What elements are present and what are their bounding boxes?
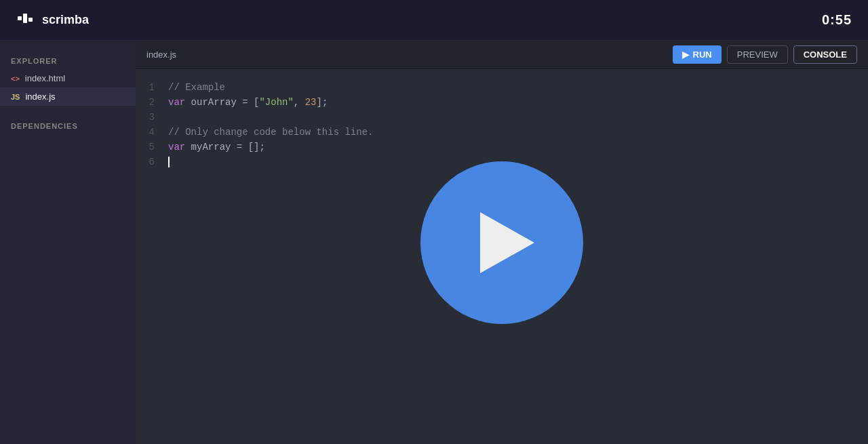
code-line-1: 1 // Example xyxy=(136,80,868,95)
main-layout: EXPLORER <> index.html JS index.js DEPEN… xyxy=(0,41,868,444)
scrimba-logo-icon xyxy=(16,11,35,30)
run-icon: ▶ xyxy=(682,49,689,60)
line-content-3 xyxy=(168,110,868,125)
editor-actions: ▶ RUN PREVIEW CONSOLE xyxy=(673,45,857,64)
line-num-6: 6 xyxy=(136,155,168,169)
line-num-2: 2 xyxy=(136,95,168,110)
code-line-3: 3 xyxy=(136,110,868,125)
line-content-2: var ourArray = ["John", 23]; xyxy=(168,95,868,110)
code-line-2: 2 var ourArray = ["John", 23]; xyxy=(136,95,868,110)
svg-rect-0 xyxy=(18,16,22,20)
line-num-4: 4 xyxy=(136,125,168,140)
explorer-label: EXPLORER xyxy=(0,52,136,69)
js-filename: index.js xyxy=(25,92,55,102)
line-num-3: 3 xyxy=(136,110,168,125)
logo: scrimba xyxy=(16,11,89,30)
editor-area: index.js ▶ RUN PREVIEW CONSOLE 1 // Exam… xyxy=(136,41,868,444)
js-file-icon: JS xyxy=(11,93,20,101)
line-num-1: 1 xyxy=(136,80,168,95)
run-button[interactable]: ▶ RUN xyxy=(673,45,722,64)
sidebar-item-html[interactable]: <> index.html xyxy=(0,69,136,87)
line-content-4: // Only change code below this line. xyxy=(168,125,868,140)
line-num-5: 5 xyxy=(136,140,168,155)
preview-button[interactable]: PREVIEW xyxy=(727,45,788,64)
play-button[interactable] xyxy=(420,161,583,324)
html-file-icon: <> xyxy=(11,75,20,83)
top-nav: scrimba 0:55 xyxy=(0,0,868,41)
dependencies-label: DEPENDENCIES xyxy=(0,117,136,134)
editor-filename: index.js xyxy=(146,49,176,60)
editor-topbar: index.js ▶ RUN PREVIEW CONSOLE xyxy=(136,41,868,69)
logo-text: scrimba xyxy=(42,13,89,27)
console-button[interactable]: CONSOLE xyxy=(793,45,857,64)
svg-rect-1 xyxy=(23,14,27,23)
run-label: RUN xyxy=(693,49,712,60)
timer-display: 0:55 xyxy=(822,12,852,28)
line-content-1: // Example xyxy=(168,80,868,95)
code-line-4: 4 // Only change code below this line. xyxy=(136,125,868,140)
play-triangle-icon xyxy=(480,212,534,273)
code-line-5: 5 var myArray = []; xyxy=(136,140,868,155)
html-filename: index.html xyxy=(25,73,65,83)
line-content-5: var myArray = []; xyxy=(168,140,868,155)
sidebar: EXPLORER <> index.html JS index.js DEPEN… xyxy=(0,41,136,444)
svg-rect-2 xyxy=(28,18,33,22)
sidebar-item-js[interactable]: JS index.js xyxy=(0,87,136,106)
